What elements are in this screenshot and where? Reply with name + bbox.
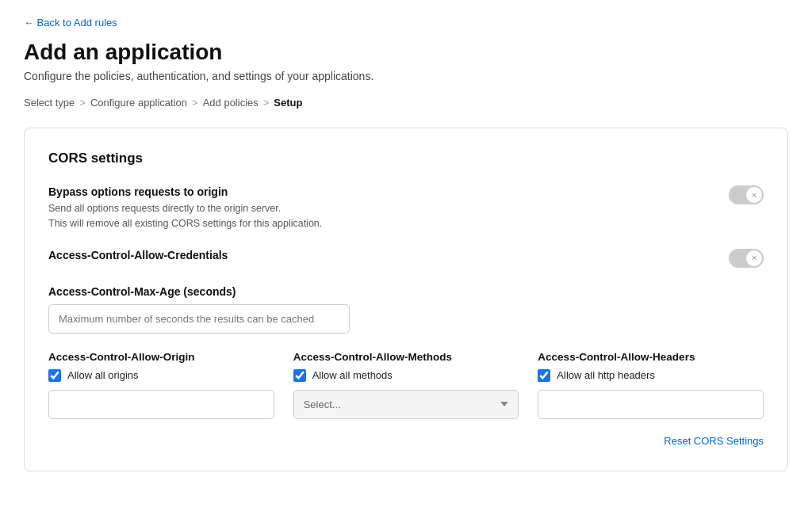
methods-title: Access-Control-Allow-Methods	[293, 351, 519, 363]
allow-all-origins-checkbox[interactable]	[48, 369, 61, 382]
origin-checkbox-row: Allow all origins	[48, 369, 274, 382]
bypass-toggle[interactable]: ✕	[729, 185, 764, 204]
breadcrumb-item-4-active: Setup	[274, 97, 302, 109]
bypass-toggle-thumb: ✕	[746, 187, 762, 203]
back-link[interactable]: ← Back to Add rules	[24, 17, 117, 29]
origin-column: Access-Control-Allow-Origin Allow all or…	[48, 351, 274, 419]
breadcrumb-separator-3: >	[263, 97, 270, 109]
allow-all-methods-checkbox[interactable]	[293, 369, 306, 382]
headers-checkbox-row: Allow all http headers	[538, 369, 764, 382]
bypass-desc-1: Send all options requests directly to th…	[48, 201, 322, 216]
max-age-label: Access-Control-Max-Age (seconds)	[48, 285, 764, 298]
reset-cors-link[interactable]: Reset CORS Settings	[664, 435, 764, 447]
allow-all-headers-checkbox[interactable]	[538, 369, 550, 382]
max-age-section: Access-Control-Max-Age (seconds)	[48, 285, 764, 334]
footer-row: Reset CORS Settings	[48, 435, 764, 447]
origin-title: Access-Control-Allow-Origin	[48, 351, 274, 363]
headers-column: Access-Control-Allow-Headers Allow all h…	[538, 351, 764, 419]
cors-settings-card: CORS settings Bypass options requests to…	[24, 128, 788, 471]
cors-settings-title: CORS settings	[48, 151, 764, 166]
breadcrumb-item-2: Configure application	[90, 97, 187, 109]
methods-checkbox-row: Allow all methods	[293, 369, 519, 382]
bypass-section: Bypass options requests to origin Send a…	[48, 185, 764, 231]
breadcrumb-separator-2: >	[192, 97, 198, 109]
three-columns: Access-Control-Allow-Origin Allow all or…	[48, 351, 764, 419]
credentials-toggle[interactable]: ✕	[729, 249, 764, 268]
methods-column: Access-Control-Allow-Methods Allow all m…	[293, 351, 519, 419]
credentials-label: Access-Control-Allow-Credentials	[48, 249, 228, 261]
credentials-section: Access-Control-Allow-Credentials ✕	[48, 249, 764, 268]
bypass-desc-2: This will remove all existing CORS setti…	[48, 216, 322, 231]
origin-input[interactable]	[48, 390, 274, 419]
breadcrumb-item-3: Add policies	[203, 97, 259, 109]
breadcrumb-separator-1: >	[79, 97, 86, 109]
page-title: Add an application	[24, 40, 788, 65]
headers-input[interactable]	[538, 390, 764, 419]
allow-all-methods-label: Allow all methods	[312, 369, 393, 381]
bypass-label: Bypass options requests to origin	[48, 185, 322, 198]
credentials-toggle-thumb: ✕	[746, 250, 762, 266]
breadcrumb-item-1: Select type	[24, 97, 75, 109]
methods-select[interactable]: Select...	[293, 390, 519, 419]
allow-all-headers-label: Allow all http headers	[557, 369, 655, 381]
allow-all-origins-label: Allow all origins	[67, 369, 139, 381]
breadcrumb: Select type > Configure application > Ad…	[24, 97, 788, 109]
headers-title: Access-Control-Allow-Headers	[538, 351, 764, 363]
max-age-input[interactable]	[48, 304, 350, 334]
page-subtitle: Configure the policies, authentication, …	[24, 70, 788, 82]
